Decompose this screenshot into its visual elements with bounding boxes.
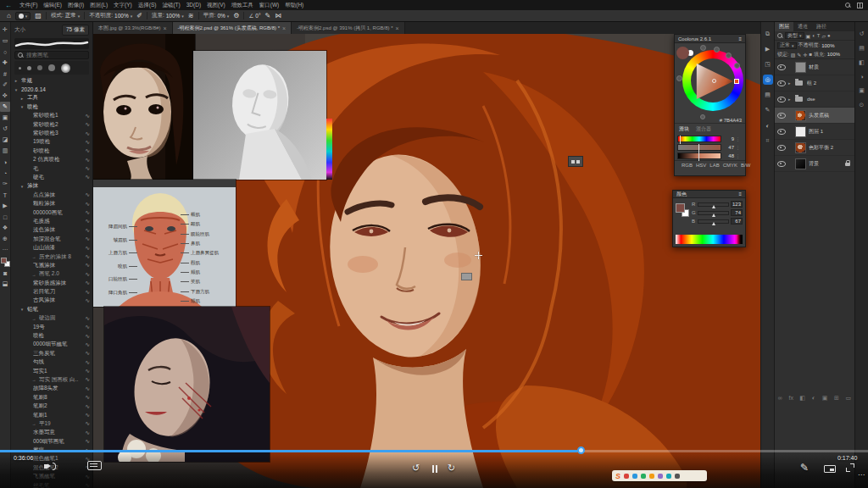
hex-value[interactable]: # 7B4A43 [720,118,742,123]
comment-icon[interactable]: ◳ [763,59,773,69]
brush-item[interactable]: 喷枪 ∿ [11,331,92,340]
brush-item[interactable]: → 画笔 2.0 ∿ [11,270,92,279]
tool-icon[interactable]: □ [0,212,10,222]
tool-icon[interactable]: ✜ [0,91,10,101]
color-swatches[interactable] [676,203,689,217]
properties-icon[interactable]: ◧ [859,59,865,66]
layers-panel-tab[interactable]: 图层 [775,22,793,31]
volume-icon[interactable] [44,462,58,471]
blend-mode-select[interactable]: 正常▾ [777,42,797,49]
tool-icon[interactable]: ✚ [0,58,10,68]
brush-item[interactable]: ▾ 喷枪 ∿ [11,103,92,111]
brush-item[interactable]: 毛 ∿ [11,164,92,173]
tool-icon[interactable]: ✎ [0,102,10,112]
tool-icon[interactable]: ▭ [0,36,10,46]
expand-arrow-icon[interactable]: ▾ [19,104,25,109]
layer-name[interactable]: 头发底稿 [809,112,852,119]
info-icon[interactable]: ◑ [860,74,863,80]
color-mode[interactable]: RGB [682,163,693,168]
brush-item[interactable]: 笔刷2 ∿ [11,402,92,410]
brush-item[interactable]: → 平19 ∿ [11,419,92,428]
visibility-eye-icon[interactable] [777,127,786,136]
layer-row[interactable]: 材质 [775,59,854,75]
brush-item[interactable]: 000细节画笔 ∿ [11,437,92,446]
blend-mode-control[interactable]: 模式:正常▾ [51,12,80,19]
expand-arrow-icon[interactable]: → [31,254,36,259]
brush-item[interactable]: 岩日笔刀 ∿ [11,287,92,296]
color-mode[interactable]: LAB [709,163,719,168]
visibility-eye-icon[interactable] [777,79,786,87]
brush-item[interactable]: 硬毛 ∿ [11,173,92,181]
brush-item[interactable]: 飞溅涂抹 ∿ [11,261,92,269]
layer-thumbnail[interactable] [795,110,806,121]
brush-item[interactable]: ▸ 常规 ∿ [11,76,92,85]
ime-icon[interactable] [675,474,680,479]
menu-item[interactable]: 3D(D) [186,2,201,9]
active-plugin-icon[interactable]: ◎ [763,75,773,85]
brush-item[interactable]: 笔刷1 ∿ [11,411,92,419]
brush-item[interactable]: 点点涂抹 ∿ [11,191,92,199]
lock-position-icon[interactable]: ✛ [803,52,807,58]
filter-adjust-icon[interactable]: ◐ [812,33,815,38]
adjustment-icon[interactable]: ◐ [812,395,815,402]
brush-size-value[interactable]: 75 像素 [62,25,89,36]
layer-thumbnail[interactable] [795,126,806,137]
brush-item[interactable]: 紫砂喷枪2 ∿ [11,120,92,129]
channel-slider[interactable]: R 123 [692,201,743,208]
play-icon[interactable]: ▶ [763,44,773,54]
harmony-dot[interactable] [700,114,705,119]
pressure-size-icon[interactable]: ✎ [265,12,271,19]
brush-item[interactable]: 毛质感 ∿ [11,217,92,225]
ime-icon[interactable] [632,474,637,479]
spectrum-ramp[interactable] [676,235,743,244]
color-mode[interactable]: CMYK [723,163,737,168]
snapshot-icon[interactable]: ⊙ [860,102,865,108]
brush-item[interactable]: ▾ 2020.6.14 ∿ [11,85,92,93]
tool-icon[interactable]: T [0,190,10,200]
visibility-eye-icon[interactable] [777,143,786,152]
menu-item[interactable]: 视图(V) [207,2,225,9]
tool-icon[interactable]: ◪ [0,135,10,145]
tool-icon[interactable]: # [0,69,10,79]
group-arrow-icon[interactable]: ▸ [788,80,793,86]
filter-toggle-icon[interactable]: ● [827,33,831,38]
brush-item[interactable]: ▸ 工具 ∿ [11,94,92,103]
hue-selector[interactable] [734,79,739,84]
brush-item[interactable]: 颗粒涂抹 ∿ [11,199,92,208]
back-arrow-icon[interactable]: ← [5,2,12,9]
quick-mask-icon[interactable]: ◙ [0,268,10,278]
brush-item[interactable]: 丝毛笔 ∿ [11,481,92,488]
grid-icon[interactable]: ⌗ [763,136,773,146]
foreground-color-swatch[interactable] [1,258,7,263]
ime-icon[interactable] [666,474,671,479]
tool-icon[interactable]: ▥ [0,146,10,156]
brush-item[interactable]: 2 仿真喷枪 ∿ [11,156,92,164]
tool-icon[interactable]: ↺ [0,124,10,134]
flow-control[interactable]: 流量:100%▾ [152,12,184,19]
panel-menu-icon[interactable]: ≡ [738,36,742,42]
ime-icon[interactable] [641,474,646,479]
expand-arrow-icon[interactable]: ▸ [19,96,25,101]
expand-arrow-icon[interactable]: → [31,272,36,277]
visibility-eye-icon[interactable] [777,111,786,119]
layer-row[interactable]: 头发底稿 [775,108,854,124]
brush-item[interactable]: 19号 ∿ [11,323,92,331]
brush-item[interactable]: 写实1 ∿ [11,367,92,375]
brush-item[interactable]: → 历史的涂抹 8 ∿ [11,252,92,261]
brush-item[interactable]: ▾ 涂抹 ∿ [11,182,92,191]
smoothing-control[interactable]: 平滑:0%▾ [203,12,230,19]
lock-all-icon[interactable]: ■ [809,52,812,57]
expand-arrow-icon[interactable]: ▾ [19,184,25,189]
opacity-control[interactable]: 不透明度:100%▾ [89,12,132,19]
layer-row[interactable]: 图层 1 [775,124,854,140]
layers-panel-tab[interactable]: 路径 [812,22,831,31]
home-icon[interactable]: ⌂ [7,12,11,19]
brush-item[interactable]: 古风涂抹 ∿ [11,297,92,305]
brush-angle-control[interactable]: ∠0° [248,13,260,19]
menu-item[interactable]: 图层(L) [90,2,108,9]
visibility-eye-icon[interactable] [777,95,786,103]
layers-panel-tab[interactable]: 通道 [793,22,812,31]
more-options-icon[interactable]: ⋯ [858,471,865,479]
brush-item[interactable]: 浅色涂抹 ∿ [11,226,92,235]
brush-item[interactable]: ▾ 铅笔 ∿ [11,305,92,313]
